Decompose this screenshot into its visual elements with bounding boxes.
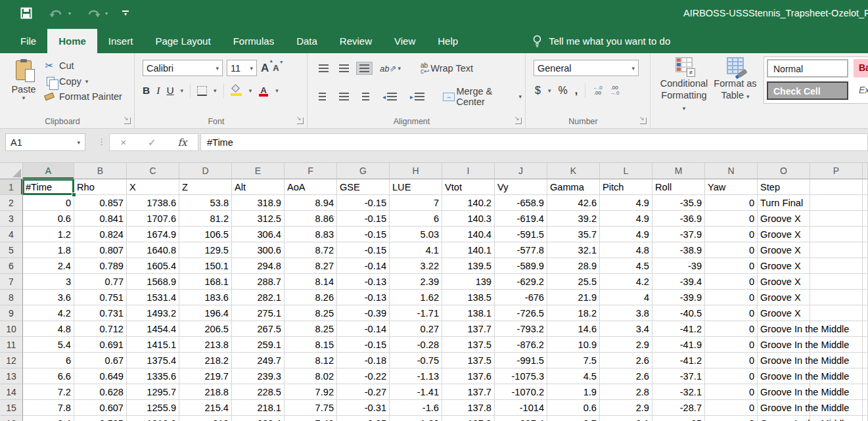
tab-page-layout[interactable]: Page Layout [144,29,221,53]
cell-H5[interactable]: 4.1 [390,242,442,258]
tab-insert[interactable]: Insert [97,29,145,53]
cell-J15[interactable]: -1014 [495,400,547,416]
comma-button[interactable]: , [575,85,578,97]
cell-J1[interactable]: Vy [495,179,547,195]
cell-A7[interactable]: 3 [23,274,74,290]
cell-G3[interactable]: -0.15 [337,211,390,227]
cell-K10[interactable]: 14.6 [547,321,600,337]
cell-partial-9[interactable] [863,305,868,321]
column-header-k[interactable]: K [547,163,600,179]
cell-F10[interactable]: 8.25 [285,321,337,337]
cell-A14[interactable]: 7.2 [23,384,74,400]
cell-G8[interactable]: -0.13 [337,290,390,305]
save-button[interactable] [18,5,34,21]
row-header-15[interactable]: 15 [0,400,23,416]
column-header-m[interactable]: M [652,163,705,179]
cell-partial-7[interactable] [863,274,868,290]
cell-G6[interactable]: -0.14 [337,258,390,274]
tab-review[interactable]: Review [329,29,383,53]
cell-C12[interactable]: 1375.4 [127,353,179,368]
cell-D5[interactable]: 129.5 [179,242,232,258]
align-left-button[interactable] [315,90,329,103]
cell-O10[interactable]: Groove In the Middle [758,321,810,337]
cell-B12[interactable]: 0.67 [74,353,127,368]
cell-E13[interactable]: 239.3 [232,368,285,384]
italic-button[interactable]: I [156,85,160,97]
cell-J5[interactable]: -577.8 [495,242,547,258]
cell-M9[interactable]: -40.5 [652,305,705,321]
increase-indent-button[interactable]: ▸ [407,90,428,103]
borders-icon[interactable] [197,86,207,96]
cell-I1[interactable]: Vtot [442,179,495,195]
style-bad[interactable]: Ba [854,59,868,78]
cell-B7[interactable]: 0.77 [74,274,127,290]
column-header-a[interactable]: A [23,163,74,179]
cell-E11[interactable]: 259.1 [232,337,285,353]
currency-button[interactable]: $ [535,85,541,97]
cell-L3[interactable]: 4.9 [600,211,652,227]
cell-E10[interactable]: 267.5 [232,321,285,337]
cell-I13[interactable]: 137.6 [442,368,495,384]
cell-E7[interactable]: 288.7 [232,274,285,290]
cell-partial-14[interactable] [863,384,868,400]
cell-C10[interactable]: 1454.4 [127,321,179,337]
cell-partial-11[interactable] [863,337,868,353]
font-color-dropdown-icon[interactable]: ▾ [275,87,279,94]
cell-L12[interactable]: 2.6 [600,353,652,368]
cell-K7[interactable]: 25.5 [547,274,600,290]
cell-P3[interactable] [810,211,863,227]
cell-J2[interactable]: -658.9 [495,195,547,211]
cell-K8[interactable]: 21.9 [547,290,600,305]
cell-M8[interactable]: -39.9 [652,290,705,305]
cell-G15[interactable]: -0.31 [337,400,390,416]
copy-button[interactable]: Copy ▾ [43,76,122,87]
cell-O1[interactable]: Step [758,179,810,195]
conditional-formatting-button[interactable]: ≠ ConditionalFormatting ▾ [660,57,708,114]
cell-O15[interactable]: Groove In the Middle [758,400,810,416]
cell-G9[interactable]: -0.39 [337,305,390,321]
cell-L7[interactable]: 4.2 [600,274,652,290]
row-header-4[interactable]: 4 [0,227,23,242]
cell-F15[interactable]: 7.75 [285,400,337,416]
row-header-8[interactable]: 8 [0,290,23,305]
cell-B4[interactable]: 0.824 [74,227,127,242]
row-header-1[interactable]: 1 [0,179,23,195]
underline-dropdown-icon[interactable]: ▾ [181,87,184,94]
column-header-c[interactable]: C [127,163,179,179]
cell-C4[interactable]: 1674.9 [127,227,179,242]
cell-D7[interactable]: 168.1 [179,274,232,290]
cell-F7[interactable]: 8.14 [285,274,337,290]
cell-O13[interactable]: Groove In the Middle [758,368,810,384]
cell-I15[interactable]: 137.8 [442,400,495,416]
cell-C13[interactable]: 1335.6 [127,368,179,384]
cell-N13[interactable]: 0 [705,368,758,384]
cell-C9[interactable]: 1493.2 [127,305,179,321]
cell-P4[interactable] [810,227,863,242]
formula-bar-grip[interactable]: ⋮ [97,137,106,146]
cell-A9[interactable]: 4.2 [23,305,74,321]
cell-K16[interactable]: 0.7 [547,416,600,421]
cell-M7[interactable]: -39.4 [652,274,705,290]
cell-M6[interactable]: -39 [652,258,705,274]
select-all-button[interactable] [0,163,23,179]
fill-color-icon[interactable] [231,85,242,96]
align-right-button[interactable] [359,90,373,103]
cell-G4[interactable]: -0.15 [337,227,390,242]
cell-D10[interactable]: 206.5 [179,321,232,337]
cell-partial-16[interactable] [863,416,868,421]
font-size-combo[interactable]: 11 ▾ [227,60,257,76]
column-header-o[interactable]: O [758,163,810,179]
row-header-16[interactable]: 16 [0,416,23,421]
undo-button[interactable] [49,5,64,21]
tab-file[interactable]: File [9,29,47,53]
increase-font-button[interactable]: A▲ [261,62,269,75]
tell-me[interactable]: Tell me what you want to do [532,29,670,53]
cell-G1[interactable]: GSE [337,179,390,195]
cell-F3[interactable]: 8.86 [285,211,337,227]
cell-L13[interactable]: 2.6 [600,368,652,384]
cell-C14[interactable]: 1295.7 [127,384,179,400]
cell-E15[interactable]: 218.1 [232,400,285,416]
paste-dropdown-icon[interactable]: ▾ [22,95,26,101]
cell-I5[interactable]: 140.1 [442,242,495,258]
cell-O14[interactable]: Groove In the Middle [758,384,810,400]
